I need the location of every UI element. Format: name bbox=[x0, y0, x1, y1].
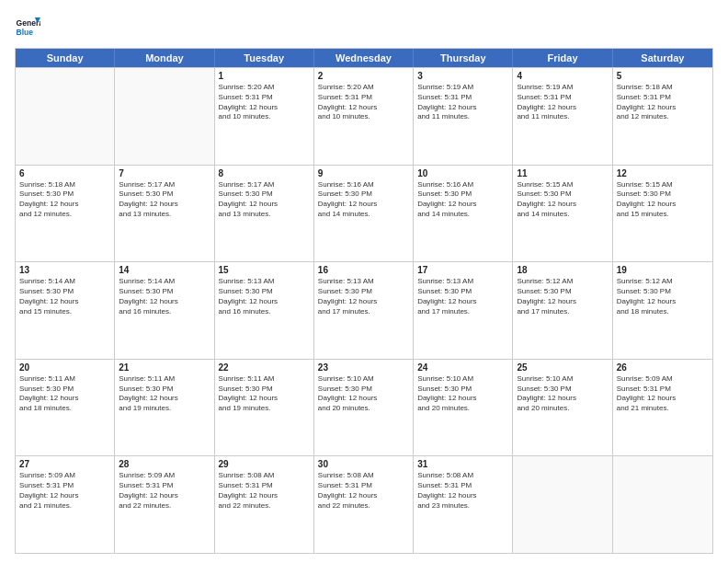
day-cell-26: 26Sunrise: 5:09 AM Sunset: 5:31 PM Dayli… bbox=[613, 360, 712, 456]
day-number: 18 bbox=[517, 265, 608, 275]
day-cell-31: 31Sunrise: 5:08 AM Sunset: 5:31 PM Dayli… bbox=[414, 456, 513, 553]
day-number: 31 bbox=[417, 459, 508, 469]
day-cell-20: 20Sunrise: 5:11 AM Sunset: 5:30 PM Dayli… bbox=[16, 360, 115, 456]
day-info: Sunrise: 5:14 AM Sunset: 5:30 PM Dayligh… bbox=[119, 277, 210, 316]
header-day-monday: Monday bbox=[115, 49, 214, 67]
calendar: SundayMondayTuesdayWednesdayThursdayFrid… bbox=[15, 48, 713, 554]
day-info: Sunrise: 5:16 AM Sunset: 5:30 PM Dayligh… bbox=[417, 180, 508, 220]
day-number: 3 bbox=[417, 71, 508, 81]
day-cell-19: 19Sunrise: 5:12 AM Sunset: 5:30 PM Dayli… bbox=[613, 262, 712, 359]
day-cell-9: 9Sunrise: 5:16 AM Sunset: 5:30 PM Daylig… bbox=[314, 166, 414, 262]
day-number: 16 bbox=[318, 265, 409, 275]
day-info: Sunrise: 5:09 AM Sunset: 5:31 PM Dayligh… bbox=[617, 374, 709, 414]
day-cell-14: 14Sunrise: 5:14 AM Sunset: 5:30 PM Dayli… bbox=[115, 262, 214, 359]
day-number: 5 bbox=[617, 71, 709, 81]
day-info: Sunrise: 5:19 AM Sunset: 5:31 PM Dayligh… bbox=[517, 83, 608, 122]
day-info: Sunrise: 5:18 AM Sunset: 5:30 PM Dayligh… bbox=[19, 180, 110, 220]
day-cell-3: 3Sunrise: 5:19 AM Sunset: 5:31 PM Daylig… bbox=[414, 68, 513, 165]
day-info: Sunrise: 5:10 AM Sunset: 5:30 PM Dayligh… bbox=[417, 374, 508, 414]
day-number: 8 bbox=[219, 168, 310, 178]
day-info: Sunrise: 5:15 AM Sunset: 5:30 PM Dayligh… bbox=[617, 180, 709, 220]
day-info: Sunrise: 5:08 AM Sunset: 5:31 PM Dayligh… bbox=[219, 471, 310, 511]
day-number: 1 bbox=[219, 71, 310, 81]
header-day-tuesday: Tuesday bbox=[215, 49, 314, 67]
day-number: 9 bbox=[318, 168, 409, 178]
empty-cell bbox=[16, 68, 115, 165]
day-cell-25: 25Sunrise: 5:10 AM Sunset: 5:30 PM Dayli… bbox=[513, 360, 612, 456]
logo: General Blue bbox=[15, 15, 44, 40]
day-info: Sunrise: 5:15 AM Sunset: 5:30 PM Dayligh… bbox=[517, 180, 608, 220]
day-number: 14 bbox=[119, 265, 210, 275]
day-cell-2: 2Sunrise: 5:20 AM Sunset: 5:31 PM Daylig… bbox=[314, 68, 414, 165]
day-cell-17: 17Sunrise: 5:13 AM Sunset: 5:30 PM Dayli… bbox=[414, 262, 513, 359]
day-number: 10 bbox=[417, 168, 508, 178]
day-info: Sunrise: 5:17 AM Sunset: 5:30 PM Dayligh… bbox=[119, 180, 210, 220]
day-number: 4 bbox=[517, 71, 608, 81]
day-number: 24 bbox=[417, 362, 508, 373]
day-number: 17 bbox=[417, 265, 508, 275]
day-number: 26 bbox=[617, 362, 709, 373]
day-cell-5: 5Sunrise: 5:18 AM Sunset: 5:31 PM Daylig… bbox=[613, 68, 712, 165]
calendar-row-2: 13Sunrise: 5:14 AM Sunset: 5:30 PM Dayli… bbox=[16, 261, 712, 359]
day-cell-11: 11Sunrise: 5:15 AM Sunset: 5:30 PM Dayli… bbox=[513, 166, 612, 262]
day-number: 2 bbox=[318, 71, 409, 81]
day-number: 22 bbox=[219, 362, 310, 373]
day-info: Sunrise: 5:12 AM Sunset: 5:30 PM Dayligh… bbox=[617, 277, 709, 316]
calendar-header: SundayMondayTuesdayWednesdayThursdayFrid… bbox=[16, 49, 712, 67]
header-day-saturday: Saturday bbox=[613, 49, 712, 67]
day-cell-16: 16Sunrise: 5:13 AM Sunset: 5:30 PM Dayli… bbox=[314, 262, 414, 359]
header-day-friday: Friday bbox=[513, 49, 612, 67]
empty-cell bbox=[613, 456, 712, 553]
day-info: Sunrise: 5:19 AM Sunset: 5:31 PM Dayligh… bbox=[417, 83, 508, 122]
day-info: Sunrise: 5:20 AM Sunset: 5:31 PM Dayligh… bbox=[219, 83, 310, 122]
day-number: 27 bbox=[19, 459, 110, 469]
day-number: 6 bbox=[19, 168, 110, 178]
day-info: Sunrise: 5:10 AM Sunset: 5:30 PM Dayligh… bbox=[517, 374, 608, 414]
day-cell-10: 10Sunrise: 5:16 AM Sunset: 5:30 PM Dayli… bbox=[414, 166, 513, 262]
calendar-row-4: 27Sunrise: 5:09 AM Sunset: 5:31 PM Dayli… bbox=[16, 455, 712, 553]
day-cell-4: 4Sunrise: 5:19 AM Sunset: 5:31 PM Daylig… bbox=[513, 68, 612, 165]
day-info: Sunrise: 5:20 AM Sunset: 5:31 PM Dayligh… bbox=[318, 83, 409, 122]
day-number: 28 bbox=[119, 459, 210, 469]
day-info: Sunrise: 5:08 AM Sunset: 5:31 PM Dayligh… bbox=[417, 471, 508, 511]
logo-icon: General Blue bbox=[15, 15, 40, 40]
day-cell-7: 7Sunrise: 5:17 AM Sunset: 5:30 PM Daylig… bbox=[115, 166, 214, 262]
day-number: 7 bbox=[119, 168, 210, 178]
day-number: 15 bbox=[219, 265, 310, 275]
day-info: Sunrise: 5:11 AM Sunset: 5:30 PM Dayligh… bbox=[219, 374, 310, 414]
empty-cell bbox=[513, 456, 612, 553]
day-number: 20 bbox=[19, 362, 110, 373]
day-cell-24: 24Sunrise: 5:10 AM Sunset: 5:30 PM Dayli… bbox=[414, 360, 513, 456]
calendar-row-0: 1Sunrise: 5:20 AM Sunset: 5:31 PM Daylig… bbox=[16, 67, 712, 165]
day-cell-12: 12Sunrise: 5:15 AM Sunset: 5:30 PM Dayli… bbox=[613, 166, 712, 262]
day-number: 23 bbox=[318, 362, 409, 373]
day-cell-6: 6Sunrise: 5:18 AM Sunset: 5:30 PM Daylig… bbox=[16, 166, 115, 262]
day-cell-30: 30Sunrise: 5:08 AM Sunset: 5:31 PM Dayli… bbox=[314, 456, 414, 553]
day-number: 11 bbox=[517, 168, 608, 178]
header-day-wednesday: Wednesday bbox=[314, 49, 414, 67]
day-cell-21: 21Sunrise: 5:11 AM Sunset: 5:30 PM Dayli… bbox=[115, 360, 214, 456]
day-cell-8: 8Sunrise: 5:17 AM Sunset: 5:30 PM Daylig… bbox=[215, 166, 314, 262]
day-cell-18: 18Sunrise: 5:12 AM Sunset: 5:30 PM Dayli… bbox=[513, 262, 612, 359]
calendar-body: 1Sunrise: 5:20 AM Sunset: 5:31 PM Daylig… bbox=[16, 67, 712, 553]
header-day-sunday: Sunday bbox=[16, 49, 115, 67]
day-info: Sunrise: 5:13 AM Sunset: 5:30 PM Dayligh… bbox=[219, 277, 310, 316]
day-cell-27: 27Sunrise: 5:09 AM Sunset: 5:31 PM Dayli… bbox=[16, 456, 115, 553]
empty-cell bbox=[115, 68, 214, 165]
calendar-row-1: 6Sunrise: 5:18 AM Sunset: 5:30 PM Daylig… bbox=[16, 165, 712, 262]
day-info: Sunrise: 5:13 AM Sunset: 5:30 PM Dayligh… bbox=[417, 277, 508, 316]
calendar-row-3: 20Sunrise: 5:11 AM Sunset: 5:30 PM Dayli… bbox=[16, 359, 712, 456]
day-number: 13 bbox=[19, 265, 110, 275]
day-info: Sunrise: 5:14 AM Sunset: 5:30 PM Dayligh… bbox=[19, 277, 110, 316]
day-cell-15: 15Sunrise: 5:13 AM Sunset: 5:30 PM Dayli… bbox=[215, 262, 314, 359]
header-day-thursday: Thursday bbox=[414, 49, 513, 67]
day-cell-28: 28Sunrise: 5:09 AM Sunset: 5:31 PM Dayli… bbox=[115, 456, 214, 553]
day-info: Sunrise: 5:16 AM Sunset: 5:30 PM Dayligh… bbox=[318, 180, 409, 220]
day-number: 25 bbox=[517, 362, 608, 373]
day-cell-29: 29Sunrise: 5:08 AM Sunset: 5:31 PM Dayli… bbox=[215, 456, 314, 553]
day-number: 19 bbox=[617, 265, 709, 275]
svg-text:Blue: Blue bbox=[17, 28, 34, 37]
day-number: 29 bbox=[219, 459, 310, 469]
day-cell-22: 22Sunrise: 5:11 AM Sunset: 5:30 PM Dayli… bbox=[215, 360, 314, 456]
day-cell-23: 23Sunrise: 5:10 AM Sunset: 5:30 PM Dayli… bbox=[314, 360, 414, 456]
